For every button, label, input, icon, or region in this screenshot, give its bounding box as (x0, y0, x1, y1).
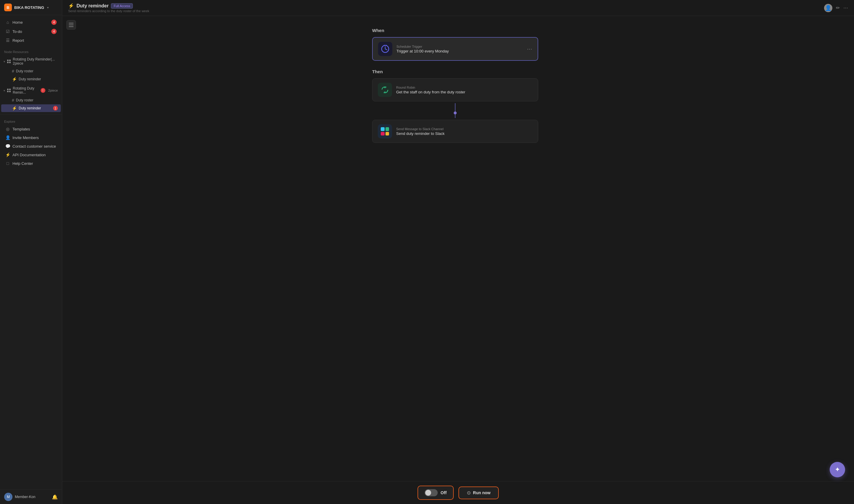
sidebar-item-api[interactable]: ⚡ API Documentation (1, 150, 61, 159)
hash-icon-2: # (12, 98, 14, 103)
connector-line (455, 103, 456, 111)
grid-icon-1 (7, 59, 11, 64)
round-robin-icon (381, 86, 389, 94)
toggle-label: Off (441, 490, 447, 495)
svg-rect-5 (9, 89, 11, 90)
trigger-more-icon[interactable]: ⋯ (527, 46, 532, 52)
node-resources-label: Node Resources (0, 47, 62, 55)
canvas-toggle-button[interactable] (67, 20, 76, 30)
topbar-left: ⚡ Duty reminder Full Access Send reminde… (68, 3, 149, 13)
tree-parent-1-label: Rotating Duty Reminder(... 2piece (13, 57, 58, 66)
tree-child-duty-reminder-2[interactable]: ⚡ Duty reminder 1 (1, 104, 61, 112)
sidebar-item-api-label: API Documentation (13, 153, 46, 157)
tree-child-duty-roster-2[interactable]: # Duty roster (1, 96, 61, 104)
explore-section: Explore ◎ Templates 👤 Invite Members 💬 C… (0, 114, 62, 170)
sidebar-item-invite[interactable]: 👤 Invite Members (1, 133, 61, 142)
sidebar-item-report-label: Report (13, 38, 24, 43)
sidebar-item-templates[interactable]: ◎ Templates (1, 125, 61, 133)
sidebar-item-help-label: Help Center (13, 161, 33, 166)
topbar: ⚡ Duty reminder Full Access Send reminde… (62, 0, 854, 16)
notification-bell-icon[interactable]: 🔔 (52, 494, 58, 500)
tree-child-duty-roster-1[interactable]: # Duty roster (1, 67, 61, 75)
page-title-icon: ⚡ (68, 3, 74, 8)
todo-icon: ☑ (5, 29, 10, 34)
trigger-type-label: Scheduler Trigger (396, 45, 523, 48)
title-row: ⚡ Duty reminder Full Access (68, 3, 149, 8)
trigger-card[interactable]: Scheduler Trigger Trigger at 10:00 every… (372, 37, 538, 61)
fab-button[interactable]: ✦ (830, 462, 845, 477)
tree-child-duty-reminder-1[interactable]: ⚡ Duty reminder (1, 75, 61, 83)
connector-line-2 (455, 114, 456, 118)
trigger-icon-wrap (378, 42, 392, 56)
sidebar: B BIKA ROTATING ▾ ⌂ Home 4 ☑ To-do 4 ☰ (0, 0, 62, 504)
workspace-avatar: B (4, 3, 12, 11)
tree-group-1: ▾ Rotating Duty Reminder(... 2piece # Du… (0, 55, 62, 84)
hash-icon-1: # (12, 69, 14, 73)
topbar-user-avatar[interactable]: 👤 (824, 4, 832, 12)
home-badge: 4 (51, 20, 57, 25)
grid-icon-2 (7, 88, 11, 92)
toggle-off-button[interactable]: Off (417, 486, 454, 500)
sidebar-item-contact-label: Contact customer service (13, 144, 56, 148)
svg-line-13 (385, 49, 387, 50)
access-badge: Full Access (111, 3, 133, 8)
more-options-icon[interactable]: ⋯ (843, 5, 848, 11)
user-info[interactable]: M Member-Kon (4, 493, 35, 501)
action-card-slack[interactable]: Send Message to Slack Channel Send duty … (372, 120, 538, 143)
main-nav: ⌂ Home 4 ☑ To-do 4 ☰ Report (0, 15, 62, 47)
svg-rect-6 (7, 91, 8, 92)
tree-parent-2-label: Rotating Duty Remin... (13, 86, 39, 94)
tree-group-2: ▾ Rotating Duty Remin... ! 2piece # Duty… (0, 84, 62, 113)
scheduler-trigger-icon (381, 44, 390, 53)
trigger-value: Trigger at 10:00 every Monday (396, 49, 523, 53)
run-now-label: Run now (473, 490, 491, 495)
svg-rect-2 (7, 62, 8, 63)
sidebar-item-invite-label: Invite Members (13, 136, 39, 140)
round-robin-type-label: Round Robin (396, 86, 533, 89)
tree-chevron-2-icon: ▾ (3, 89, 5, 92)
sidebar-item-todo-label: To-do (13, 29, 22, 34)
tree-parent-2-count: 2piece (48, 89, 58, 92)
report-icon: ☰ (5, 38, 10, 43)
tree-parent-2[interactable]: ▾ Rotating Duty Remin... ! 2piece (1, 85, 61, 96)
sidebar-item-templates-label: Templates (13, 127, 30, 131)
page-subtitle: Send reminders according to the duty ros… (68, 9, 149, 13)
connector-dot (453, 111, 457, 115)
svg-rect-0 (7, 59, 8, 61)
sidebar-item-home[interactable]: ⌂ Home 4 (1, 18, 61, 27)
contact-icon: 💬 (5, 144, 10, 148)
edit-icon[interactable]: ✏ (836, 5, 840, 11)
workspace-header[interactable]: B BIKA ROTATING ▾ (4, 3, 58, 11)
tree-parent-1[interactable]: ▾ Rotating Duty Reminder(... 2piece (1, 56, 61, 67)
sidebar-bottom: M Member-Kon 🔔 (0, 489, 62, 504)
round-robin-icon-wrap (378, 83, 392, 97)
bottom-bar: Off ⊙ Run now (62, 481, 854, 504)
sidebar-top: B BIKA ROTATING ▾ (0, 0, 62, 15)
run-now-button[interactable]: ⊙ Run now (459, 486, 499, 499)
fab-icon: ✦ (835, 466, 840, 473)
topbar-right: 👤 ✏ ⋯ (824, 4, 848, 12)
svg-rect-7 (9, 91, 11, 92)
error-badge-duty-reminder-2: 1 (53, 106, 58, 111)
sidebar-item-help[interactable]: □ Help Center (1, 159, 61, 167)
user-avatar: M (4, 493, 13, 501)
action-round-robin-info: Round Robin Get the staff on duty from t… (396, 86, 533, 94)
user-name: Member-Kon (15, 495, 35, 499)
invite-icon: 👤 (5, 135, 10, 140)
sidebar-item-contact[interactable]: 💬 Contact customer service (1, 142, 61, 150)
when-section-title: When (372, 28, 544, 33)
svg-rect-10 (69, 26, 73, 27)
sidebar-item-report[interactable]: ☰ Report (1, 36, 61, 44)
workspace-chevron-icon: ▾ (47, 6, 49, 9)
action-connector (372, 102, 538, 120)
trigger-info: Scheduler Trigger Trigger at 10:00 every… (396, 45, 523, 53)
lightning-icon-2: ⚡ (12, 106, 17, 111)
sidebar-item-todo[interactable]: ☑ To-do 4 (1, 27, 61, 36)
toggle-switch[interactable] (425, 489, 438, 496)
slack-icon-wrap (378, 124, 392, 139)
action-card-round-robin[interactable]: Round Robin Get the staff on duty from t… (372, 78, 538, 102)
tree-chevron-1-icon: ▾ (3, 60, 5, 63)
sidebar-item-home-label: Home (13, 20, 23, 24)
toggle-knob (425, 490, 431, 496)
explore-label: Explore (0, 117, 62, 125)
